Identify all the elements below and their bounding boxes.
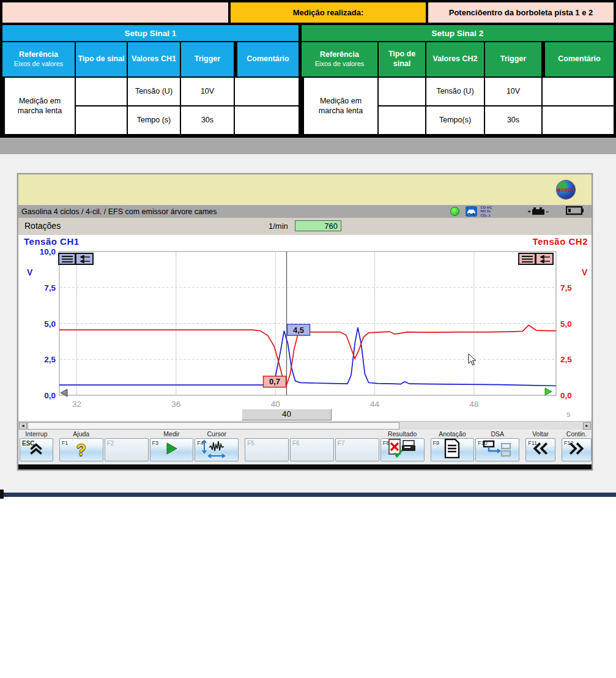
setup1-row2-ref: Duração(Horizontal X) xyxy=(76,106,127,134)
setup2-row1-trigger xyxy=(543,78,614,105)
svg-text:40: 40 xyxy=(271,400,280,409)
ch1-offset-icon[interactable] xyxy=(76,253,94,265)
battery-level-icon xyxy=(566,206,584,217)
ch2-axis-controls xyxy=(518,253,554,265)
svg-text:2,5: 2,5 xyxy=(560,355,572,364)
setup1-comment: Medição em marcha lenta xyxy=(5,78,75,134)
waveform-plot[interactable]: 32364044480,00,02,52,55,05,07,57,510,0VV… xyxy=(18,235,592,421)
key-code: F4 xyxy=(197,440,204,446)
key-code: F12 xyxy=(564,440,574,446)
voltar-button[interactable]: F11 xyxy=(525,438,555,461)
setup1-row2-valor: 30s xyxy=(181,106,234,134)
scroll-right-icon[interactable]: ► xyxy=(583,422,591,430)
setup-tables: Setup Sinal 1 ReferênciaEixos de valores… xyxy=(2,25,614,134)
toolbar-label-f10: DSA xyxy=(475,430,519,438)
svg-text:0,0: 0,0 xyxy=(44,391,56,400)
key-code: F11 xyxy=(528,440,537,446)
setup-header-section: Medição realizada: Potenciôentro da borb… xyxy=(0,0,616,138)
svg-text:44: 44 xyxy=(370,400,380,409)
svg-text:32: 32 xyxy=(72,400,81,409)
measurement-label: Medição realizada: xyxy=(231,2,426,23)
svg-text:48: 48 xyxy=(470,400,479,409)
toolbar-label-f9: Anotação xyxy=(431,430,475,438)
svg-text:4,5: 4,5 xyxy=(293,326,304,335)
play-icon xyxy=(164,441,179,458)
toolbar-label-f6 xyxy=(290,430,334,438)
key-code: F5 xyxy=(247,440,254,447)
key-code: F7 xyxy=(338,440,345,447)
banner-row: Medição realizada: Potenciôentro da borb… xyxy=(2,2,614,23)
rpm-unit: 1/min xyxy=(269,222,288,231)
svg-text:7,5: 7,5 xyxy=(44,283,56,292)
window-header: BOSCH xyxy=(18,174,592,205)
f5-button: F5 xyxy=(245,438,289,461)
setup1-col-referencia: ReferênciaEixos de valores xyxy=(2,42,75,76)
svg-text:10,0: 10,0 xyxy=(40,247,56,256)
key-code: F6 xyxy=(292,440,300,447)
rpm-label: Rotações xyxy=(24,221,61,231)
setup1-row1-ref: Amplitude de sinal(Vertical - Y) xyxy=(76,78,127,105)
svg-text:7,5: 7,5 xyxy=(560,283,572,292)
status-icons: CO HC NO Oₓ CO₂ λ + − xyxy=(450,205,592,218)
cursor-time-readout[interactable]: 40 xyxy=(242,409,332,420)
status-bar: Gasolina 4 ciclos / 4-cil. / EFS com emi… xyxy=(18,205,592,218)
toolbar-label-f12: Contin. xyxy=(562,430,592,438)
setup1-title: Setup Sinal 1 xyxy=(2,25,299,41)
cursor-button[interactable]: F4 xyxy=(195,438,239,461)
svg-text:36: 36 xyxy=(171,400,180,409)
setup2-col-tipo: Tipo de sinal xyxy=(379,42,425,76)
bosch-logo-icon: BOSCH xyxy=(557,181,575,199)
medir-button[interactable]: F3 xyxy=(150,438,194,461)
ch2-offset-icon[interactable] xyxy=(536,253,554,265)
svg-text:0,7: 0,7 xyxy=(269,377,280,386)
setup2-row2-trigger xyxy=(543,106,614,134)
setup1-row2-tipo: Tempo (s) xyxy=(128,106,180,134)
vehicle-description: Gasolina 4 ciclos / 4-cil. / EFS com emi… xyxy=(18,207,217,216)
app-window: BOSCH Gasolina 4 ciclos / 4-cil. / EFS c… xyxy=(17,173,593,471)
horizontal-scrollbar[interactable]: ◄ ► xyxy=(18,421,592,430)
scroll-left-icon[interactable]: ◄ xyxy=(19,422,27,430)
key-code: F3 xyxy=(152,440,159,446)
resultado-button[interactable]: F8 xyxy=(380,438,425,461)
function-toolbar: InterrupESCAjudaF1?F2MedirF3CursorF4F5F6… xyxy=(18,430,592,464)
dsa-button[interactable]: F10 xyxy=(475,438,519,461)
setup2-comment: Medição em marcha lenta xyxy=(304,78,377,134)
setup1-col-tipo: Tipo de sinal xyxy=(76,42,127,76)
note-icon xyxy=(444,439,460,461)
f6-button: F6 xyxy=(290,438,334,461)
svg-text:V: V xyxy=(27,267,33,277)
setup2-title: Setup Sinal 2 xyxy=(302,25,614,41)
contin--button[interactable]: F12 xyxy=(562,438,592,461)
scrollbar-thumb[interactable] xyxy=(28,422,399,430)
toolbar-label-f7 xyxy=(335,430,379,438)
f2-button: F2 xyxy=(105,438,149,461)
anota-o-button[interactable]: F9 xyxy=(431,438,475,461)
question-icon: ? xyxy=(76,441,86,460)
setup2-col-valores: Valores CH2 xyxy=(426,42,484,76)
toolbar-label-f1: Ajuda xyxy=(59,430,103,438)
interrup-button[interactable]: ESC xyxy=(20,438,53,461)
result-print-icon xyxy=(387,438,418,461)
toolbar-label-f3: Medir xyxy=(150,430,194,438)
svg-text:0,0: 0,0 xyxy=(560,391,572,400)
setup-sinal-1-table: Setup Sinal 1 ReferênciaEixos de valores… xyxy=(2,25,299,134)
toolbar-label-f5 xyxy=(245,430,289,438)
ajuda-button[interactable]: F1? xyxy=(59,438,103,461)
setup2-row1-tipo: Tensão (U) xyxy=(426,78,484,105)
svg-text:5,0: 5,0 xyxy=(44,319,56,329)
svg-text:s: s xyxy=(566,409,571,419)
setup2-row2-ref: Duração(Horizontal X) xyxy=(379,106,425,134)
setup2-row2-tipo: Tempo(s) xyxy=(426,106,484,134)
ch1-axis-controls xyxy=(58,253,94,265)
ch1-scale-icon[interactable] xyxy=(58,253,76,265)
bottom-divider-line xyxy=(0,493,616,497)
setup2-row2-valor: 30s xyxy=(485,106,541,134)
toolbar-label-f2 xyxy=(105,430,149,438)
f7-button: F7 xyxy=(335,438,379,461)
setup2-col-comentario: Comentário xyxy=(545,42,614,76)
rpm-row: Rotações 1/min 760 xyxy=(18,218,592,235)
setup1-row1-trigger xyxy=(235,78,299,105)
setup1-row2-trigger xyxy=(235,106,299,134)
setup2-col-trigger: Trigger xyxy=(485,42,541,76)
ch2-scale-icon[interactable] xyxy=(518,253,536,265)
